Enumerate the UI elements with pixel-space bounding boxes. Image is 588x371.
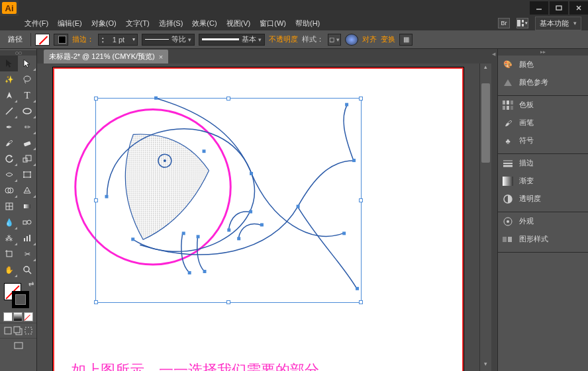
panel-transparency[interactable]: 透明度 xyxy=(498,190,588,208)
line-tool[interactable] xyxy=(0,103,18,119)
none-mode-button[interactable] xyxy=(24,312,33,321)
graph-tool[interactable] xyxy=(19,230,36,246)
mesh-icon xyxy=(5,202,14,211)
svg-point-9 xyxy=(23,108,31,114)
free-transform-tool[interactable] xyxy=(19,167,36,183)
document-tab[interactable]: 未标题-2* @ 121% (CMYK/预览) × xyxy=(44,50,168,63)
svg-rect-24 xyxy=(23,221,26,224)
stroke-swatch[interactable] xyxy=(54,34,68,46)
maximize-button[interactable] xyxy=(550,1,568,15)
zoom-tool[interactable] xyxy=(19,262,36,278)
width-tool[interactable] xyxy=(0,167,18,183)
color-mode-button[interactable] xyxy=(3,312,13,321)
svg-rect-64 xyxy=(503,106,505,110)
fill-stroke-control[interactable]: ⇄ xyxy=(0,280,36,311)
vertical-scrollbar[interactable]: ▴ ▾ xyxy=(479,63,491,371)
magic-wand-tool[interactable]: ✨ xyxy=(0,71,18,87)
isolate-button[interactable]: ▦ xyxy=(399,34,413,46)
opacity-label[interactable]: 不透明度 xyxy=(269,34,298,44)
menu-help[interactable]: 帮助(H) xyxy=(291,16,324,30)
menu-effect[interactable]: 效果(C) xyxy=(187,16,221,30)
slice-tool[interactable]: ✂ xyxy=(19,246,36,262)
mesh-tool[interactable] xyxy=(0,198,18,214)
bridge-button[interactable]: Br xyxy=(498,18,510,28)
type-tool[interactable]: T xyxy=(19,87,36,103)
shape-tool[interactable] xyxy=(19,103,36,119)
draw-behind-button[interactable] xyxy=(13,326,23,335)
pen-tool[interactable] xyxy=(0,87,18,103)
menu-object[interactable]: 对象(O) xyxy=(87,16,121,30)
close-tab-button[interactable]: × xyxy=(159,53,163,61)
shape-builder-tool[interactable] xyxy=(0,183,18,198)
recolor-button[interactable] xyxy=(345,34,358,46)
align-label[interactable]: 对齐 xyxy=(362,34,377,44)
screen-mode-button[interactable] xyxy=(14,341,23,350)
direct-selection-tool[interactable] xyxy=(19,56,36,71)
swap-fill-stroke-icon[interactable]: ⇄ xyxy=(28,280,34,288)
panel-swatches[interactable]: 色板 xyxy=(498,96,588,114)
canvas-area[interactable]: 如上图所示，一一选择我们需要的部分 ▴ ▾ xyxy=(37,63,491,371)
brush-icon: ✒ xyxy=(6,123,12,132)
menu-edit[interactable]: 编辑(E) xyxy=(53,16,87,30)
collapse-bar[interactable] xyxy=(491,49,498,371)
eyedropper-tool[interactable]: 💧 xyxy=(0,214,18,230)
transparency-icon xyxy=(502,193,514,205)
width-profile-dropdown[interactable]: 等比 xyxy=(142,34,195,46)
svg-rect-13 xyxy=(24,172,30,177)
pencil-tool[interactable]: ✏ xyxy=(19,119,36,135)
panel-symbols[interactable]: ♣符号 xyxy=(498,132,588,149)
panel-color[interactable]: 🎨颜色 xyxy=(498,56,588,73)
svg-point-25 xyxy=(27,220,31,224)
panel-gradient[interactable]: 渐变 xyxy=(498,172,588,190)
rotate-tool[interactable] xyxy=(0,151,18,167)
menu-type[interactable]: 文字(T) xyxy=(121,16,154,30)
menu-view[interactable]: 视图(V) xyxy=(222,16,256,30)
selection-tool[interactable] xyxy=(0,56,18,71)
svg-rect-36 xyxy=(14,327,20,333)
perspective-tool[interactable] xyxy=(19,183,36,198)
toolbox: ੦੦ ✨ T ✒ ✏ 🖌 💧 ⁂ ✂ xyxy=(0,49,37,371)
gradient-tool[interactable] xyxy=(19,198,36,214)
svg-point-14 xyxy=(23,171,24,173)
close-button[interactable] xyxy=(569,1,588,15)
lasso-tool[interactable] xyxy=(19,71,36,87)
minimize-button[interactable] xyxy=(530,1,548,15)
stroke-weight-input[interactable]: ▴▾ 1 pt ▾ xyxy=(98,34,138,46)
hand-tool[interactable]: ✋ xyxy=(0,262,18,278)
workspace-dropdown[interactable]: 基本功能 xyxy=(535,17,581,30)
draw-normal-button[interactable] xyxy=(3,326,13,335)
panel-graphic-styles[interactable]: 图形样式 xyxy=(498,230,588,248)
pen-icon xyxy=(5,91,14,100)
svg-rect-75 xyxy=(508,237,512,242)
fill-swatch[interactable] xyxy=(35,34,50,46)
arrange-documents-button[interactable]: ▾ xyxy=(516,18,528,28)
menu-file[interactable]: 文件(F) xyxy=(20,16,53,30)
eraser-tool[interactable] xyxy=(19,135,36,151)
panel-color-guide[interactable]: 颜色参考 xyxy=(498,73,588,91)
blend-tool[interactable] xyxy=(19,214,36,230)
paintbrush-tool[interactable]: ✒ xyxy=(0,119,18,135)
scroll-up-icon[interactable]: ▴ xyxy=(480,63,491,74)
gradient-mode-button[interactable] xyxy=(13,312,23,321)
stroke-indicator[interactable] xyxy=(12,291,29,308)
scrollbar-thumb[interactable] xyxy=(481,83,490,163)
selection-bounding-box[interactable] xyxy=(95,98,362,303)
menu-select[interactable]: 选择(S) xyxy=(154,16,188,30)
menu-window[interactable]: 窗口(W) xyxy=(255,16,291,30)
brush-def-dropdown[interactable]: 基本 xyxy=(199,34,265,46)
symbol-sprayer-tool[interactable]: ⁂ xyxy=(0,230,18,246)
draw-inside-button[interactable] xyxy=(24,326,33,335)
panel-appearance[interactable]: 外观 xyxy=(498,212,588,230)
artboard-tool[interactable] xyxy=(0,246,18,262)
panel-brushes[interactable]: 🖌画笔 xyxy=(498,114,588,132)
style-dropdown[interactable]: ◻ xyxy=(328,34,341,46)
scroll-down-icon[interactable]: ▾ xyxy=(480,360,491,371)
stroke-label[interactable]: 描边： xyxy=(72,34,94,44)
transform-label[interactable]: 变换 xyxy=(381,34,395,44)
panel-stroke[interactable]: 描边 xyxy=(498,154,588,172)
brush-panel-icon: 🖌 xyxy=(502,117,514,129)
document-tab-bar: 未标题-2* @ 121% (CMYK/预览) × xyxy=(37,49,491,63)
hand-icon: ✋ xyxy=(5,266,14,274)
scale-tool[interactable] xyxy=(19,151,36,167)
blob-brush-tool[interactable]: 🖌 xyxy=(0,135,18,151)
